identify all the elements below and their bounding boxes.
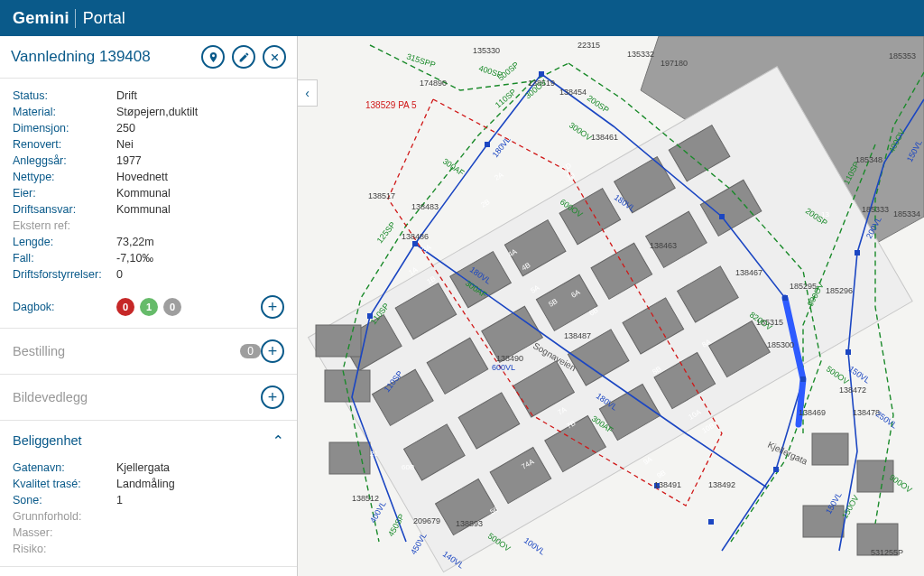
pencil-icon <box>238 51 250 63</box>
dagbok-add-button[interactable]: + <box>261 295 284 319</box>
detail-value: 1977 <box>116 154 142 167</box>
detail-row: Driftsforstyrrelser:0 <box>13 266 284 283</box>
detail-row: Anleggsår:1977 <box>13 153 284 169</box>
svg-text:60B: 60B <box>402 463 414 471</box>
svg-text:21: 21 <box>370 450 378 458</box>
beliggenhet-value: Landmåling <box>116 478 175 490</box>
section-bildevedlegg-title: Bildevedlegg <box>13 390 261 404</box>
svg-rect-33 <box>812 433 848 465</box>
brand-name: Gemini <box>13 9 69 28</box>
svg-text:209679: 209679 <box>413 516 440 525</box>
detail-row: Status:Drift <box>13 88 284 104</box>
dagbok-badge-red[interactable]: 0 <box>116 298 134 316</box>
svg-text:13: 13 <box>821 210 829 218</box>
svg-text:138461: 138461 <box>591 133 618 142</box>
detail-label: Eier: <box>13 187 116 200</box>
svg-text:197180: 197180 <box>661 59 688 68</box>
brand-sub: Portal <box>75 9 125 28</box>
detail-label: Anleggsår: <box>13 154 116 167</box>
bestilling-count: 0 <box>240 344 261 358</box>
section-bestilling-header[interactable]: Bestilling 0 + <box>0 329 297 374</box>
locate-button[interactable] <box>201 45 225 69</box>
detail-row: Dimensjon:250 <box>13 120 284 136</box>
beliggenhet-label: Masser: <box>13 526 116 539</box>
beliggenhet-value: 1 <box>116 494 123 506</box>
detail-value: Drift <box>116 89 137 102</box>
detail-row: Lengde:73,22m <box>13 234 284 250</box>
detail-row: Driftsansvar:Kommunal <box>13 201 284 218</box>
detail-value: 73,22m <box>116 236 154 248</box>
dagbok-badge-gray[interactable]: 0 <box>163 298 181 316</box>
beliggenhet-row: Sone:1 <box>13 492 284 508</box>
svg-text:185348: 185348 <box>855 155 882 164</box>
detail-value: 250 <box>116 122 135 135</box>
detail-value: Kommunal <box>116 187 171 200</box>
map-area[interactable]: ‹ 11 <box>298 36 924 576</box>
section-beliggenhet-header[interactable]: Beliggenhet ⌄ <box>0 421 297 460</box>
beliggenhet-label: Gatenavn: <box>13 461 116 474</box>
details-sidebar[interactable]: Vannledning 139408 Status:DriftMaterial:… <box>0 36 298 576</box>
detail-value: Kommunal <box>116 203 171 216</box>
section-bestilling-title: Bestilling <box>13 344 235 358</box>
beliggenhet-value: Kjellergata <box>116 461 170 474</box>
svg-text:138469: 138469 <box>799 408 826 417</box>
svg-text:138512: 138512 <box>352 494 379 503</box>
beliggenhet-row: Masser: <box>13 525 284 541</box>
pin-icon <box>208 51 219 63</box>
bildevedlegg-add-button[interactable]: + <box>261 386 284 409</box>
panel-header: Vannledning 139408 <box>0 36 297 79</box>
svg-rect-34 <box>857 460 893 492</box>
detail-label: Material: <box>13 106 116 118</box>
detail-value: Hovednett <box>116 171 168 183</box>
dagbok-row: Dagbok: 0 1 0 + <box>0 290 297 328</box>
svg-rect-41 <box>719 214 725 219</box>
svg-text:185333: 185333 <box>862 205 889 214</box>
section-beliggenhet: Beliggenhet ⌄ Gatenavn:KjellergataKvalit… <box>0 420 297 566</box>
new-measurement-action[interactable]: Ny innmåling av ledning <box>0 566 297 576</box>
svg-text:138487: 138487 <box>564 331 591 340</box>
detail-label: Fall: <box>13 252 116 265</box>
svg-text:138486: 138486 <box>402 232 429 241</box>
svg-rect-46 <box>845 349 851 355</box>
collapse-sidebar-button[interactable]: ‹ <box>298 79 318 107</box>
svg-rect-30 <box>316 325 361 357</box>
detail-label: Status: <box>13 89 116 102</box>
beliggenhet-label: Kvalitet trasé: <box>13 478 116 490</box>
svg-text:135332: 135332 <box>627 50 654 59</box>
dagbok-badge-green[interactable]: 1 <box>140 298 158 316</box>
svg-text:185353: 185353 <box>889 51 916 60</box>
close-button[interactable] <box>263 45 286 69</box>
detail-row: Ekstern ref: <box>13 218 284 234</box>
svg-text:138467: 138467 <box>735 268 762 277</box>
section-bildevedlegg-header[interactable]: Bildevedlegg + <box>0 375 297 420</box>
detail-label: Driftsforstyrrelser: <box>13 268 116 281</box>
edit-button[interactable] <box>232 45 255 69</box>
detail-label: Nettype: <box>13 171 116 183</box>
svg-text:531255P: 531255P <box>871 548 903 557</box>
detail-label: Driftsansvar: <box>13 203 116 216</box>
detail-label: Renovert: <box>13 138 116 151</box>
highlight-label: 138529 PA 5 <box>365 100 417 110</box>
svg-text:138463: 138463 <box>650 241 677 250</box>
beliggenhet-row: Gatenavn:Kjellergata <box>13 460 284 476</box>
beliggenhet-label: Grunnforhold: <box>13 510 116 523</box>
map-canvas[interactable]: 11 <box>298 36 924 576</box>
svg-rect-43 <box>800 376 806 382</box>
beliggenhet-row: Risiko: <box>13 541 284 557</box>
svg-text:138483: 138483 <box>411 202 439 211</box>
detail-value: Støpejern,duktilt <box>116 106 198 118</box>
beliggenhet-label: Sone: <box>13 494 116 506</box>
section-beliggenhet-title: Beliggenhet <box>13 433 273 448</box>
svg-rect-44 <box>773 467 779 472</box>
svg-text:138492: 138492 <box>708 480 735 489</box>
svg-text:138491: 138491 <box>654 480 681 489</box>
detail-value: 0 <box>116 268 123 281</box>
svg-text:138472: 138472 <box>839 386 866 395</box>
bestilling-add-button[interactable]: + <box>261 339 284 363</box>
app-header: Gemini Portal <box>0 0 924 36</box>
detail-row: Renovert:Nei <box>13 136 284 153</box>
svg-text:185296: 185296 <box>826 286 853 295</box>
detail-label: Dimensjon: <box>13 122 116 135</box>
svg-text:138454: 138454 <box>559 88 587 97</box>
svg-rect-31 <box>325 370 370 402</box>
